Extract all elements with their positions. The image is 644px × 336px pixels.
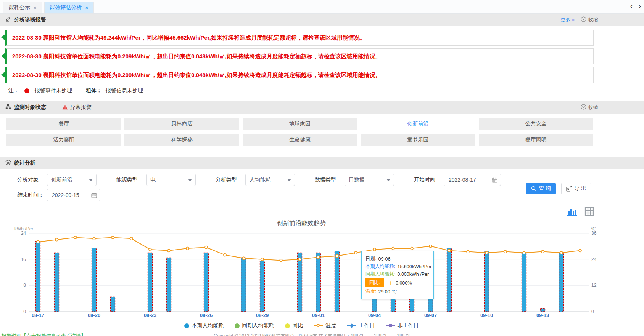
chart-legend: 本期人均能耗同期人均能耗同比温度工作日非工作日 (0, 322, 603, 329)
abnormal-alarm-label: 异常报警 (70, 104, 92, 111)
alarm-section-header: 分析诊断报警 更多 » 收缩 (0, 14, 644, 26)
legend-diamond-marker (349, 323, 354, 328)
monitor-object-label: 生命健康 (289, 136, 311, 144)
monitor-object-label: 餐厅 (58, 120, 69, 128)
y-axis-tick-right: 0 (591, 309, 603, 314)
filter-group: 数据类型：日数据 (315, 174, 394, 186)
legend-label: 本期人均能耗 (192, 322, 224, 329)
legend-label: 非工作日 (398, 322, 419, 329)
legend-item[interactable]: 同期人均能耗 (235, 322, 274, 329)
start-date-group: 开始时间： 2022-08-17 (414, 174, 501, 186)
up-arrow-icon: ↑ (389, 279, 392, 287)
view-toggles (567, 206, 594, 218)
note-bold-text: 报警信息未处理 (106, 87, 143, 94)
tooltip-previous-value: 0.000kWh /Per (397, 272, 429, 277)
monitor-object-button[interactable]: 活力襄阳 (6, 134, 121, 146)
monitor-object-button[interactable]: 生命健康 (243, 134, 357, 146)
monitor-section-header: 监测对象状态 异常报警 收缩 (0, 101, 644, 114)
monitor-object-button[interactable]: 餐厅照明 (479, 134, 593, 146)
excel-export-icon (566, 186, 572, 192)
monitor-object-label: 公共安全 (525, 120, 547, 128)
y-axis-tick-left: 8 (13, 283, 26, 288)
stats-section-header: 统计分析 (0, 157, 644, 169)
legend-label: 工作日 (359, 322, 375, 329)
legend-line-icon (386, 323, 395, 328)
legend-item[interactable]: 非工作日 (386, 322, 419, 329)
monitor-object-button[interactable]: 公共安全 (479, 118, 593, 130)
tooltip-date-value: 09-06 (378, 256, 390, 262)
tooltip-previous-label: 同期人均能耗: (365, 271, 395, 277)
filter-select-value: 人均能耗 (250, 176, 271, 183)
chart-tooltip: 日期:09-06 本期人均能耗:15.600kWh /Per 同期人均能耗:0.… (361, 251, 434, 299)
note-prefix: 注： (8, 87, 19, 94)
chevron-down-circle-icon (581, 16, 586, 23)
tab-list: 能耗公示 × 能效评估分析 × (3, 2, 96, 13)
y-axis-tick-right: 12 (591, 283, 603, 288)
alert-text: 2022-08-30 襄阳科技馆人均能耗为49.244kWh/Per，同比增幅4… (12, 34, 365, 42)
query-button[interactable]: 查 询 (526, 183, 556, 194)
x-axis-tick: 08-20 (83, 312, 106, 318)
layers-icon (5, 160, 11, 167)
filter-row-1: 分析对象：创新前沿能源类型：电分析类型：人均能耗数据类型：日数据 开始时间： 2… (17, 174, 501, 186)
monitor-object-button[interactable]: 创新前沿 (361, 118, 475, 130)
close-icon[interactable]: × (85, 5, 89, 11)
legend-item[interactable]: 工作日 (347, 322, 375, 329)
collapse-button[interactable]: 收缩 (581, 16, 598, 23)
more-link[interactable]: 更多 » (560, 16, 575, 23)
filter-select-value: 创新前沿 (51, 176, 72, 183)
monitor-object-button[interactable]: 科学探秘 (124, 134, 239, 146)
tab-bar: 能耗公示 × 能效评估分析 × ‹ › (0, 0, 644, 14)
bar-chart-view-icon[interactable] (567, 206, 578, 218)
monitor-object-label: 科学探秘 (171, 136, 193, 144)
calendar-icon (91, 192, 97, 198)
tooltip-yoy-value: 0.000% (396, 280, 412, 286)
chevron-left-icon[interactable]: ‹ (630, 2, 633, 10)
pencil-icon (5, 16, 11, 24)
chevron-down-icon (386, 179, 390, 181)
alert-row[interactable]: 2022-08-30 襄阳科技馆单位面积电能耗为0.209kWh/㎡，超出日约束… (5, 67, 594, 83)
y-axis-tick-right: 24 (591, 257, 603, 262)
y-axis-tick-left: 16 (13, 257, 26, 262)
end-date-input[interactable]: 2022-09-15 (47, 189, 100, 201)
green-arrow-icon (1, 53, 5, 59)
monitor-object-button[interactable]: 餐厅 (6, 118, 121, 130)
filter-select[interactable]: 创新前沿 (47, 174, 97, 186)
filter-select[interactable]: 人均能耗 (245, 174, 295, 186)
chevron-right-icon[interactable]: › (639, 2, 641, 10)
monitor-object-button[interactable]: 贝林商店 (124, 118, 239, 130)
filter-label: 分析对象： (17, 176, 44, 183)
x-axis-tick: 08-29 (251, 312, 274, 318)
legend-label: 温度 (326, 322, 336, 329)
table-view-icon[interactable] (584, 207, 594, 218)
legend-item[interactable]: 本期人均能耗 (184, 322, 224, 329)
tooltip-temp-label: 温度: (365, 288, 376, 295)
calendar-icon (492, 177, 497, 183)
start-date-input[interactable]: 2022-08-17 (444, 174, 501, 186)
tab-energy-publicity[interactable]: 能耗公示 × (3, 2, 42, 13)
filter-select[interactable]: 电 (146, 174, 196, 186)
tab-label: 能效评估分析 (50, 4, 82, 11)
legend-label: 同比 (293, 322, 303, 329)
alert-row[interactable]: 2022-08-30 襄阳科技馆单位面积电能耗为0.209kWh/㎡，超出日约束… (5, 48, 594, 64)
close-icon[interactable]: × (34, 5, 37, 11)
tooltip-current-label: 本期人均能耗: (365, 263, 395, 270)
plot-area (29, 233, 589, 312)
red-dot-icon (24, 88, 29, 93)
monitor-object-button[interactable]: 地球家园 (243, 118, 357, 130)
collapse-button[interactable]: 收缩 (581, 104, 598, 111)
tooltip-current-value: 15.600kWh /Per (397, 264, 431, 269)
monitor-object-grid: 餐厅贝林商店地球家园创新前沿公共安全活力襄阳科学探秘生命健康童梦乐园餐厅照明 (6, 118, 593, 146)
monitor-object-button[interactable]: 童梦乐园 (361, 134, 475, 146)
tooltip-date-label: 日期: (365, 256, 376, 262)
filter-select[interactable]: 日数据 (345, 174, 394, 186)
chevron-down-circle-icon (581, 104, 586, 111)
legend-item[interactable]: 同比 (285, 322, 303, 329)
x-axis-tick: 09-13 (531, 312, 554, 318)
alert-row[interactable]: 2022-08-30 襄阳科技馆人均能耗为49.244kWh/Per，同比增幅4… (5, 30, 594, 46)
filter-actions: 查 询 导 出 (526, 183, 591, 194)
export-button[interactable]: 导 出 (561, 183, 591, 194)
chevron-down-icon (188, 179, 192, 181)
monitor-object-label: 活力襄阳 (53, 136, 74, 144)
tab-efficiency-analysis[interactable]: 能效评估分析 × (44, 2, 94, 13)
legend-item[interactable]: 温度 (314, 322, 336, 329)
